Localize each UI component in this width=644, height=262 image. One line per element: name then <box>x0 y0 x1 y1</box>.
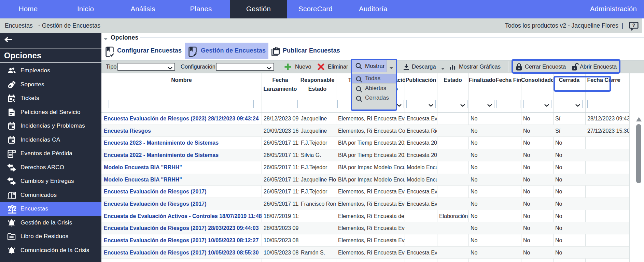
svg-text:?: ? <box>632 23 635 28</box>
